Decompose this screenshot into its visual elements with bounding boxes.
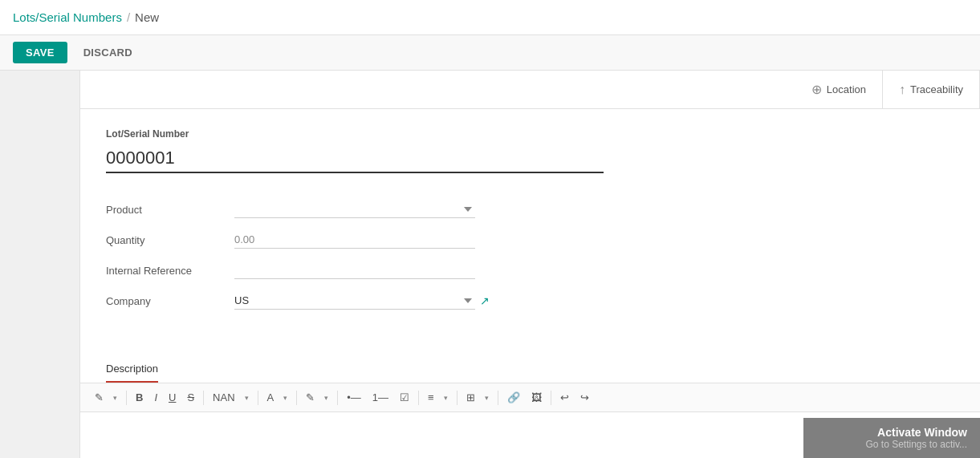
checklist-button[interactable]: ☑ — [395, 388, 414, 407]
activate-window-overlay: Activate Window Go to Settings to activ.… — [803, 418, 980, 458]
company-external-link-icon[interactable]: ↗ — [480, 294, 490, 307]
internal-reference-label: Internal Reference — [106, 265, 234, 277]
font-size-dropdown-arrow: ▾ — [283, 394, 287, 402]
internal-reference-input[interactable] — [234, 261, 475, 279]
font-size-dropdown[interactable]: ▾ — [279, 391, 292, 405]
table-group: ⊞ ▾ — [462, 388, 494, 407]
font-name-button[interactable]: NAN — [208, 388, 239, 407]
editor-toolbar: ✎ ▾ B I U S NAN ▾ A ▾ ✎ ▾ •— — [80, 383, 980, 412]
separator-9 — [551, 391, 551, 405]
lot-serial-input[interactable] — [106, 144, 604, 173]
separator-5 — [337, 391, 338, 405]
sidebar — [0, 71, 80, 458]
underline-button[interactable]: U — [164, 388, 181, 407]
redo-button[interactable]: ↪ — [575, 388, 594, 407]
separator-4 — [296, 391, 297, 405]
form-fields: Product Quantity Internal — [106, 196, 954, 318]
separator-7 — [457, 391, 457, 405]
company-select[interactable]: US — [234, 292, 475, 310]
action-bar: SAVE DISCARD — [0, 35, 980, 71]
breadcrumb-bar: Lots/Serial Numbers / New — [0, 0, 980, 35]
activate-window-title: Activate Window — [816, 426, 967, 439]
tabs-bar: Description — [80, 356, 980, 383]
undo-button[interactable]: ↩ — [555, 388, 574, 407]
table-dropdown[interactable]: ▾ — [480, 391, 494, 405]
font-name-dropdown[interactable]: ▾ — [240, 391, 254, 405]
save-button[interactable]: SAVE — [13, 42, 67, 63]
traceability-icon: ↑ — [899, 83, 905, 97]
form-area: Lot/Serial Number Product Quantity — [80, 109, 980, 337]
quantity-row: Quantity — [106, 226, 954, 253]
location-smart-button[interactable]: ⊕ Location — [795, 71, 883, 108]
align-button[interactable]: ≡ — [423, 388, 439, 407]
pencil-dropdown[interactable]: ▾ — [108, 391, 122, 405]
italic-button[interactable]: I — [149, 388, 162, 407]
product-row: Product — [106, 196, 954, 223]
discard-button[interactable]: DISCARD — [74, 42, 142, 63]
breadcrumb-parent[interactable]: Lots/Serial Numbers — [13, 10, 122, 24]
highlight-group: ✎ ▾ — [301, 388, 333, 407]
product-label: Product — [106, 204, 234, 216]
font-name-dropdown-arrow: ▾ — [245, 394, 249, 402]
smart-buttons-row: ⊕ Location ↑ Traceability — [80, 71, 980, 109]
lot-serial-field-label: Lot/Serial Number — [106, 128, 954, 140]
company-row: Company US ↗ — [106, 287, 954, 314]
product-value — [234, 201, 475, 218]
quantity-input[interactable] — [234, 231, 475, 249]
quantity-value — [234, 231, 475, 249]
main-content: ⊕ Location ↑ Traceability Lot/Serial Num… — [0, 71, 980, 458]
font-name-group: NAN ▾ — [208, 388, 253, 407]
link-button[interactable]: 🔗 — [502, 388, 525, 407]
highlight-dropdown-arrow: ▾ — [324, 394, 328, 402]
separator-6 — [418, 391, 419, 405]
bold-button[interactable]: B — [131, 388, 148, 407]
strikethrough-button[interactable]: S — [182, 388, 199, 407]
product-select[interactable] — [234, 201, 475, 218]
align-dropdown-arrow: ▾ — [444, 394, 448, 402]
separator-2 — [203, 391, 204, 405]
numbered-list-button[interactable]: 1— — [368, 388, 393, 407]
font-size-button[interactable]: A — [262, 388, 279, 407]
highlight-dropdown[interactable]: ▾ — [319, 391, 333, 405]
company-label: Company — [106, 295, 234, 307]
quantity-label: Quantity — [106, 234, 234, 246]
table-button[interactable]: ⊞ — [462, 388, 480, 407]
font-size-group: A ▾ — [262, 388, 293, 407]
separator-8 — [498, 391, 498, 405]
align-group: ≡ ▾ — [423, 388, 453, 407]
location-icon: ⊕ — [811, 82, 822, 97]
location-label: Location — [827, 83, 866, 95]
internal-reference-row: Internal Reference — [106, 257, 954, 284]
tab-description[interactable]: Description — [106, 356, 158, 383]
breadcrumb-current: New — [135, 10, 159, 24]
traceability-label: Traceability — [910, 83, 963, 95]
image-button[interactable]: 🖼 — [527, 388, 547, 407]
table-dropdown-arrow: ▾ — [485, 394, 489, 402]
traceability-smart-button[interactable]: ↑ Traceability — [883, 71, 980, 108]
content-panel: ⊕ Location ↑ Traceability Lot/Serial Num… — [80, 71, 980, 458]
highlight-button[interactable]: ✎ — [301, 388, 319, 407]
separator-1 — [126, 391, 127, 405]
pencil-dropdown-arrow: ▾ — [113, 394, 117, 402]
activate-window-subtitle: Go to Settings to activ... — [816, 439, 967, 450]
breadcrumb: Lots/Serial Numbers / New — [13, 10, 159, 24]
bullet-list-button[interactable]: •— — [342, 388, 366, 407]
internal-reference-value — [234, 261, 475, 279]
breadcrumb-separator: / — [127, 10, 130, 24]
align-dropdown[interactable]: ▾ — [439, 391, 453, 405]
pencil-button[interactable]: ✎ — [90, 388, 108, 407]
pencil-group: ✎ ▾ — [90, 388, 122, 407]
company-value: US ↗ — [234, 292, 490, 310]
separator-3 — [258, 391, 258, 405]
